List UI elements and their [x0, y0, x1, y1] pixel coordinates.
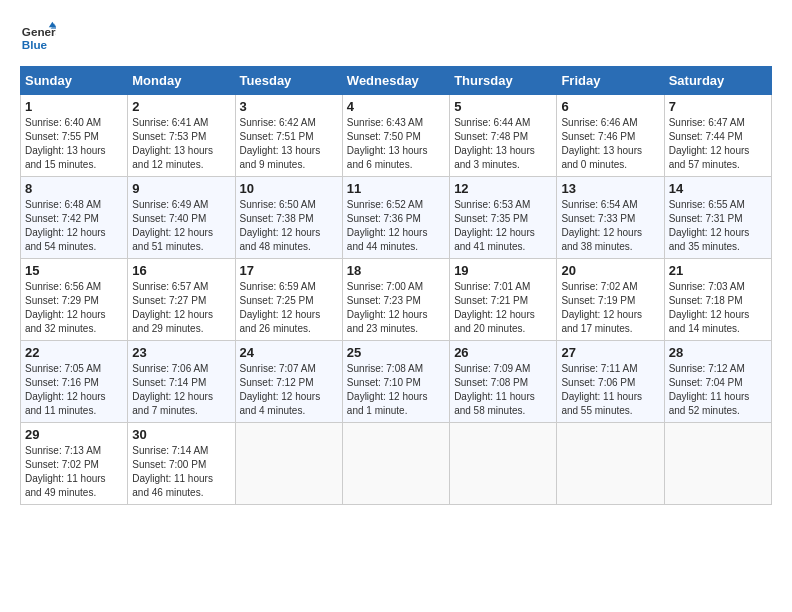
day-number: 30 [132, 427, 230, 442]
day-info: Sunrise: 6:54 AMSunset: 7:33 PMDaylight:… [561, 198, 659, 254]
day-number: 23 [132, 345, 230, 360]
day-number: 8 [25, 181, 123, 196]
day-info: Sunrise: 6:44 AMSunset: 7:48 PMDaylight:… [454, 116, 552, 172]
day-info: Sunrise: 6:56 AMSunset: 7:29 PMDaylight:… [25, 280, 123, 336]
day-info: Sunrise: 6:53 AMSunset: 7:35 PMDaylight:… [454, 198, 552, 254]
day-number: 5 [454, 99, 552, 114]
day-info: Sunrise: 6:43 AMSunset: 7:50 PMDaylight:… [347, 116, 445, 172]
day-number: 13 [561, 181, 659, 196]
calendar-cell: 1 Sunrise: 6:40 AMSunset: 7:55 PMDayligh… [21, 95, 128, 177]
day-number: 29 [25, 427, 123, 442]
day-info: Sunrise: 7:05 AMSunset: 7:16 PMDaylight:… [25, 362, 123, 418]
calendar-cell: 26 Sunrise: 7:09 AMSunset: 7:08 PMDaylig… [450, 341, 557, 423]
day-number: 3 [240, 99, 338, 114]
calendar-cell: 3 Sunrise: 6:42 AMSunset: 7:51 PMDayligh… [235, 95, 342, 177]
week-row-4: 22 Sunrise: 7:05 AMSunset: 7:16 PMDaylig… [21, 341, 772, 423]
logo: General Blue [20, 20, 56, 56]
calendar-cell: 27 Sunrise: 7:11 AMSunset: 7:06 PMDaylig… [557, 341, 664, 423]
day-number: 25 [347, 345, 445, 360]
weekday-row: SundayMondayTuesdayWednesdayThursdayFrid… [21, 67, 772, 95]
day-info: Sunrise: 7:03 AMSunset: 7:18 PMDaylight:… [669, 280, 767, 336]
day-number: 14 [669, 181, 767, 196]
day-number: 7 [669, 99, 767, 114]
day-info: Sunrise: 6:42 AMSunset: 7:51 PMDaylight:… [240, 116, 338, 172]
day-info: Sunrise: 6:57 AMSunset: 7:27 PMDaylight:… [132, 280, 230, 336]
calendar-cell: 5 Sunrise: 6:44 AMSunset: 7:48 PMDayligh… [450, 95, 557, 177]
calendar-cell: 6 Sunrise: 6:46 AMSunset: 7:46 PMDayligh… [557, 95, 664, 177]
week-row-5: 29 Sunrise: 7:13 AMSunset: 7:02 PMDaylig… [21, 423, 772, 505]
day-number: 20 [561, 263, 659, 278]
day-info: Sunrise: 7:12 AMSunset: 7:04 PMDaylight:… [669, 362, 767, 418]
calendar-cell: 11 Sunrise: 6:52 AMSunset: 7:36 PMDaylig… [342, 177, 449, 259]
day-info: Sunrise: 6:59 AMSunset: 7:25 PMDaylight:… [240, 280, 338, 336]
day-info: Sunrise: 6:52 AMSunset: 7:36 PMDaylight:… [347, 198, 445, 254]
calendar-cell: 8 Sunrise: 6:48 AMSunset: 7:42 PMDayligh… [21, 177, 128, 259]
page-header: General Blue [20, 20, 772, 56]
week-row-1: 1 Sunrise: 6:40 AMSunset: 7:55 PMDayligh… [21, 95, 772, 177]
day-number: 24 [240, 345, 338, 360]
weekday-wednesday: Wednesday [342, 67, 449, 95]
day-number: 27 [561, 345, 659, 360]
day-info: Sunrise: 6:41 AMSunset: 7:53 PMDaylight:… [132, 116, 230, 172]
day-number: 1 [25, 99, 123, 114]
day-info: Sunrise: 6:48 AMSunset: 7:42 PMDaylight:… [25, 198, 123, 254]
calendar-cell: 30 Sunrise: 7:14 AMSunset: 7:00 PMDaylig… [128, 423, 235, 505]
calendar-cell: 9 Sunrise: 6:49 AMSunset: 7:40 PMDayligh… [128, 177, 235, 259]
calendar-cell: 22 Sunrise: 7:05 AMSunset: 7:16 PMDaylig… [21, 341, 128, 423]
day-info: Sunrise: 7:13 AMSunset: 7:02 PMDaylight:… [25, 444, 123, 500]
day-info: Sunrise: 7:11 AMSunset: 7:06 PMDaylight:… [561, 362, 659, 418]
calendar-cell [342, 423, 449, 505]
calendar-cell: 4 Sunrise: 6:43 AMSunset: 7:50 PMDayligh… [342, 95, 449, 177]
day-number: 17 [240, 263, 338, 278]
day-info: Sunrise: 7:02 AMSunset: 7:19 PMDaylight:… [561, 280, 659, 336]
calendar-cell: 14 Sunrise: 6:55 AMSunset: 7:31 PMDaylig… [664, 177, 771, 259]
logo-icon: General Blue [20, 20, 56, 56]
calendar-cell: 10 Sunrise: 6:50 AMSunset: 7:38 PMDaylig… [235, 177, 342, 259]
calendar-cell: 15 Sunrise: 6:56 AMSunset: 7:29 PMDaylig… [21, 259, 128, 341]
day-number: 16 [132, 263, 230, 278]
calendar-cell: 25 Sunrise: 7:08 AMSunset: 7:10 PMDaylig… [342, 341, 449, 423]
week-row-2: 8 Sunrise: 6:48 AMSunset: 7:42 PMDayligh… [21, 177, 772, 259]
day-info: Sunrise: 7:06 AMSunset: 7:14 PMDaylight:… [132, 362, 230, 418]
day-info: Sunrise: 6:40 AMSunset: 7:55 PMDaylight:… [25, 116, 123, 172]
weekday-tuesday: Tuesday [235, 67, 342, 95]
calendar-body: 1 Sunrise: 6:40 AMSunset: 7:55 PMDayligh… [21, 95, 772, 505]
calendar-cell: 12 Sunrise: 6:53 AMSunset: 7:35 PMDaylig… [450, 177, 557, 259]
calendar-header: SundayMondayTuesdayWednesdayThursdayFrid… [21, 67, 772, 95]
svg-text:Blue: Blue [22, 38, 48, 51]
calendar-cell: 16 Sunrise: 6:57 AMSunset: 7:27 PMDaylig… [128, 259, 235, 341]
day-number: 19 [454, 263, 552, 278]
day-info: Sunrise: 6:55 AMSunset: 7:31 PMDaylight:… [669, 198, 767, 254]
calendar-cell: 18 Sunrise: 7:00 AMSunset: 7:23 PMDaylig… [342, 259, 449, 341]
weekday-saturday: Saturday [664, 67, 771, 95]
day-info: Sunrise: 7:07 AMSunset: 7:12 PMDaylight:… [240, 362, 338, 418]
day-number: 28 [669, 345, 767, 360]
calendar-cell: 20 Sunrise: 7:02 AMSunset: 7:19 PMDaylig… [557, 259, 664, 341]
calendar-cell: 24 Sunrise: 7:07 AMSunset: 7:12 PMDaylig… [235, 341, 342, 423]
calendar-table: SundayMondayTuesdayWednesdayThursdayFrid… [20, 66, 772, 505]
day-info: Sunrise: 7:08 AMSunset: 7:10 PMDaylight:… [347, 362, 445, 418]
day-number: 6 [561, 99, 659, 114]
calendar-cell: 19 Sunrise: 7:01 AMSunset: 7:21 PMDaylig… [450, 259, 557, 341]
day-number: 11 [347, 181, 445, 196]
day-info: Sunrise: 7:01 AMSunset: 7:21 PMDaylight:… [454, 280, 552, 336]
calendar-cell: 23 Sunrise: 7:06 AMSunset: 7:14 PMDaylig… [128, 341, 235, 423]
weekday-friday: Friday [557, 67, 664, 95]
weekday-sunday: Sunday [21, 67, 128, 95]
day-info: Sunrise: 6:46 AMSunset: 7:46 PMDaylight:… [561, 116, 659, 172]
day-number: 21 [669, 263, 767, 278]
day-number: 15 [25, 263, 123, 278]
day-info: Sunrise: 7:09 AMSunset: 7:08 PMDaylight:… [454, 362, 552, 418]
calendar-cell: 7 Sunrise: 6:47 AMSunset: 7:44 PMDayligh… [664, 95, 771, 177]
day-info: Sunrise: 6:47 AMSunset: 7:44 PMDaylight:… [669, 116, 767, 172]
day-number: 10 [240, 181, 338, 196]
day-number: 2 [132, 99, 230, 114]
calendar-cell: 29 Sunrise: 7:13 AMSunset: 7:02 PMDaylig… [21, 423, 128, 505]
day-info: Sunrise: 6:49 AMSunset: 7:40 PMDaylight:… [132, 198, 230, 254]
calendar-cell: 13 Sunrise: 6:54 AMSunset: 7:33 PMDaylig… [557, 177, 664, 259]
day-info: Sunrise: 7:00 AMSunset: 7:23 PMDaylight:… [347, 280, 445, 336]
day-number: 22 [25, 345, 123, 360]
calendar-cell: 21 Sunrise: 7:03 AMSunset: 7:18 PMDaylig… [664, 259, 771, 341]
day-number: 9 [132, 181, 230, 196]
calendar-cell [235, 423, 342, 505]
